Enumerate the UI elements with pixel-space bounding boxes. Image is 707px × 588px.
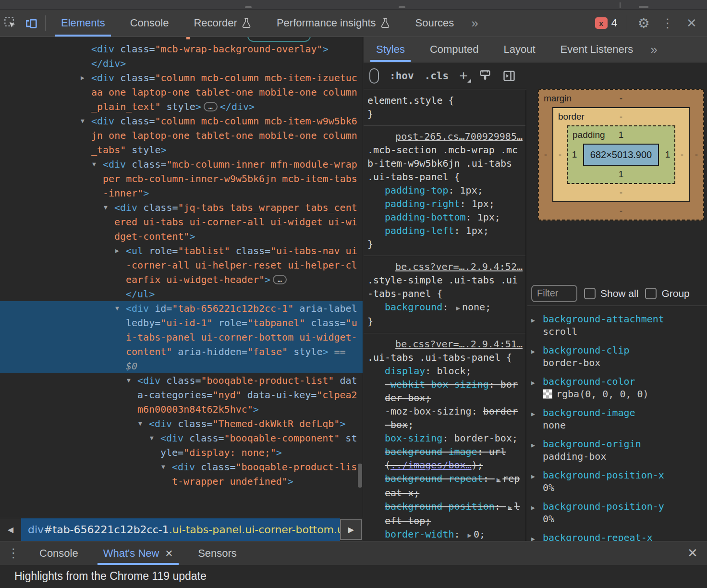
margin-left-value[interactable]: -: [539, 149, 552, 160]
padding-bottom-value[interactable]: 1: [568, 166, 674, 183]
css-selector[interactable]: .style-simple .ui-tabs .ui-tabs-panel {: [367, 273, 523, 300]
dom-tree-row[interactable]: ▼<div class="booqable-component" style="…: [0, 431, 363, 460]
css-property-name[interactable]: background-position: [385, 501, 495, 512]
css-property[interactable]: border-width: ▶0;: [367, 527, 523, 541]
computed-property[interactable]: ▶background-position-x0%: [527, 469, 707, 494]
collapsed-content-icon[interactable]: …: [204, 102, 218, 111]
twisty-icon[interactable]: ▶: [81, 71, 85, 85]
computed-property[interactable]: ▶background-position-y0%: [527, 500, 707, 525]
tab-recorder[interactable]: Recorder: [181, 10, 264, 37]
tab-event-listeners[interactable]: Event Listeners: [548, 37, 646, 62]
css-property-name[interactable]: background: [385, 301, 442, 313]
computed-property[interactable]: ▶background-attachmentscroll: [527, 313, 707, 338]
dom-tree-row[interactable]: ▼<div class="booqable-product-list-wrapp…: [0, 460, 363, 489]
css-property[interactable]: box-sizing: border-box;: [367, 431, 523, 445]
expand-property-icon[interactable]: ▶: [531, 441, 535, 449]
css-property-name[interactable]: box-sizing: [385, 432, 442, 444]
box-model-content[interactable]: 682×5013.900: [583, 144, 659, 166]
css-property-name[interactable]: padding-left: [385, 225, 454, 236]
css-url-link[interactable]: ../images/box…: [390, 459, 472, 471]
padding-left-value[interactable]: 1: [568, 149, 581, 160]
tab-elements[interactable]: Elements: [49, 10, 118, 37]
computed-property[interactable]: ▶background-repeat-xrepeat: [527, 531, 707, 541]
border-left-value[interactable]: -: [553, 149, 567, 160]
expand-value-icon[interactable]: ▶: [454, 304, 462, 312]
box-model-padding[interactable]: padding1 1 682×5013.900 1: [567, 125, 675, 184]
css-property-value[interactable]: 1px: [460, 184, 477, 196]
expand-property-icon[interactable]: ▶: [531, 473, 535, 480]
margin-bottom-value[interactable]: -: [539, 202, 703, 220]
tab-performance-insights[interactable]: Performance insights: [264, 10, 403, 37]
stylesheet-source-link[interactable]: be.css?ver=….2.9.4:51…: [367, 337, 523, 351]
box-model-margin[interactable]: margin- - border- - padding1: [538, 89, 704, 220]
stylesheet-source-link[interactable]: be.css?ver=….2.9.4:52…: [367, 260, 523, 273]
twisty-icon[interactable]: ▼: [161, 460, 165, 474]
twisty-icon[interactable]: ▼: [92, 157, 96, 172]
dom-tree-row[interactable]: <div class="mcb-wrap-background-overlay"…: [0, 42, 363, 56]
computed-property[interactable]: ▶background-colorrgba(0, 0, 0, 0): [527, 375, 707, 400]
box-model-border[interactable]: border- - padding1 1 68: [552, 107, 690, 202]
computed-property[interactable]: ▶background-imagenone: [527, 406, 707, 431]
border-right-value[interactable]: -: [675, 149, 689, 160]
expand-property-icon[interactable]: ▶: [531, 348, 535, 355]
console-error-badge[interactable]: x 4: [591, 17, 621, 29]
css-property-value[interactable]: 0: [474, 528, 479, 540]
tab-layout[interactable]: Layout: [491, 37, 548, 62]
css-property[interactable]: display: block;: [367, 364, 523, 378]
breadcrumb-scroll-left-icon[interactable]: ◀: [0, 518, 21, 541]
kebab-menu-icon[interactable]: ⋮: [657, 13, 678, 33]
close-tab-icon[interactable]: ✕: [165, 548, 173, 559]
css-property[interactable]: background-position: ▶left top;: [367, 500, 523, 527]
twisty-icon[interactable]: ▼: [138, 416, 142, 431]
css-property[interactable]: -webkit-box-sizing: border-box;: [367, 378, 523, 404]
css-property[interactable]: padding-right: 1px;: [367, 197, 523, 210]
css-property-name[interactable]: padding-top: [385, 184, 448, 196]
dom-tree-row-selected[interactable]: ▼<div id="tab-656221c12b2cc-1" aria-labe…: [0, 301, 363, 373]
show-all-checkbox[interactable]: Show all: [584, 288, 638, 299]
more-tabs-icon[interactable]: »: [646, 37, 662, 62]
css-selector[interactable]: .ui-tabs .ui-tabs-panel {: [367, 351, 523, 364]
dom-tree-row[interactable]: </div>: [0, 56, 363, 71]
expand-property-icon[interactable]: ▶: [531, 410, 535, 417]
css-property-value[interactable]: 1px: [466, 225, 483, 236]
expand-value-icon[interactable]: ▶: [506, 503, 514, 511]
twisty-icon[interactable]: ▶: [115, 244, 119, 258]
expand-property-icon[interactable]: ▶: [531, 504, 535, 511]
new-style-rule-button[interactable]: +: [459, 68, 468, 84]
twisty-icon[interactable]: ▼: [127, 373, 131, 388]
margin-right-value[interactable]: -: [690, 149, 703, 160]
twisty-icon[interactable]: ▼: [150, 431, 154, 445]
css-property-value[interactable]: none: [462, 301, 485, 313]
css-property-name[interactable]: display: [385, 365, 425, 377]
css-property[interactable]: background-repeat: ▶repeat-x;: [367, 472, 523, 500]
breadcrumb-scroll-right-icon[interactable]: ▶: [340, 519, 362, 540]
css-property[interactable]: padding-left: 1px;: [367, 224, 523, 237]
inspect-element-icon[interactable]: [0, 13, 21, 33]
css-property[interactable]: padding-top: 1px;: [367, 184, 523, 197]
css-property-name[interactable]: padding-right: [385, 198, 460, 209]
computed-sidebar-toggle-icon[interactable]: [502, 69, 516, 83]
dom-tree-row[interactable]: ▼<div class="Themed-dkWktR defLqb">: [0, 416, 363, 431]
css-property-name[interactable]: -moz-box-sizing: [385, 405, 472, 417]
expand-value-icon[interactable]: ▶: [495, 476, 502, 483]
css-selector[interactable]: element.style {: [367, 94, 523, 107]
computed-property[interactable]: ▶background-originpadding-box: [527, 438, 707, 463]
css-property-value[interactable]: 1px: [472, 198, 489, 209]
more-tabs-icon[interactable]: »: [466, 10, 483, 37]
twisty-icon[interactable]: ▼: [81, 114, 85, 128]
drawer-tab-sensors[interactable]: Sensors: [185, 541, 249, 565]
drawer-tab-whats-new[interactable]: What's New ✕: [91, 541, 185, 565]
collapsed-content-icon[interactable]: …: [273, 275, 287, 284]
css-property[interactable]: background: ▶none;: [367, 300, 523, 315]
dom-tree-row[interactable]: ▼<div class="booqable-product-list" data…: [0, 373, 363, 416]
css-property-name[interactable]: -webkit-box-sizing: [385, 379, 489, 390]
elements-scrollbar-thumb[interactable]: [358, 464, 362, 488]
settings-gear-icon[interactable]: ⚙: [633, 13, 654, 33]
expand-property-icon[interactable]: ▶: [531, 535, 535, 541]
dom-tree-row[interactable]: </ul>: [0, 287, 363, 301]
stylesheet-source-link[interactable]: post-265.cs…700929985…: [367, 130, 523, 143]
css-property-name[interactable]: border-width: [385, 528, 454, 540]
tab-computed[interactable]: Computed: [417, 37, 491, 62]
dom-tree-row[interactable]: ▼<div class="mcb-column-inner mfn-module…: [0, 157, 363, 200]
computed-filter-input[interactable]: [531, 285, 577, 302]
